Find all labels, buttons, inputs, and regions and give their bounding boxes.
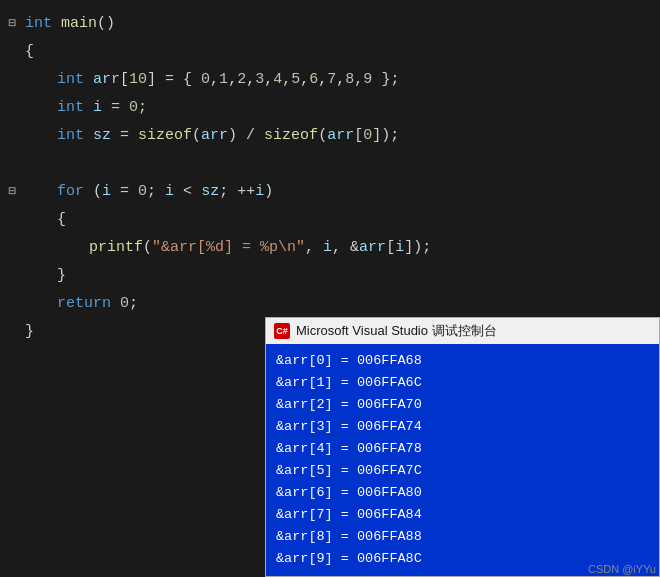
- line-content: }: [25, 262, 660, 290]
- line-content: int i = 0;: [25, 94, 660, 122]
- code-line: [0, 150, 660, 178]
- vs-icon-label: C#: [276, 326, 288, 336]
- code-line: printf("&arr[%d] = %p\n", i, &arr[i]);: [0, 234, 660, 262]
- line-content: for (i = 0; i < sz; ++i): [25, 178, 660, 206]
- line-gutter: ⊟: [0, 10, 25, 38]
- code-line: }: [0, 262, 660, 290]
- line-content: {: [25, 38, 660, 66]
- line-content: printf("&arr[%d] = %p\n", i, &arr[i]);: [25, 234, 660, 262]
- line-content: int main(): [25, 10, 660, 38]
- code-line: return 0;: [0, 290, 660, 318]
- line-content: int sz = sizeof(arr) / sizeof(arr[0]);: [25, 122, 660, 150]
- watermark: CSDN @iYYu: [588, 563, 656, 575]
- line-gutter: ⊟: [0, 178, 25, 206]
- code-line: int arr[10] = { 0,1,2,3,4,5,6,7,8,9 };: [0, 66, 660, 94]
- line-content: return 0;: [25, 290, 660, 318]
- console-body: &arr[0] = 006FFA68&arr[1] = 006FFA6C&arr…: [266, 344, 659, 576]
- code-line: {: [0, 38, 660, 66]
- code-line: int sz = sizeof(arr) / sizeof(arr[0]);: [0, 122, 660, 150]
- code-line: ⊟int main(): [0, 10, 660, 38]
- console-row: &arr[6] = 006FFA80: [276, 482, 649, 504]
- line-content: int arr[10] = { 0,1,2,3,4,5,6,7,8,9 };: [25, 66, 660, 94]
- code-line: {: [0, 206, 660, 234]
- console-row: &arr[1] = 006FFA6C: [276, 372, 649, 394]
- console-row: &arr[5] = 006FFA7C: [276, 460, 649, 482]
- console-row: &arr[7] = 006FFA84: [276, 504, 649, 526]
- vs-icon: C#: [274, 323, 290, 339]
- console-titlebar: C# Microsoft Visual Studio 调试控制台: [266, 318, 659, 344]
- line-content: {: [25, 206, 660, 234]
- console-window: C# Microsoft Visual Studio 调试控制台 &arr[0]…: [265, 317, 660, 577]
- code-line: int i = 0;: [0, 94, 660, 122]
- console-row: &arr[0] = 006FFA68: [276, 350, 649, 372]
- console-title: Microsoft Visual Studio 调试控制台: [296, 322, 497, 340]
- console-row: &arr[4] = 006FFA78: [276, 438, 649, 460]
- console-row: &arr[8] = 006FFA88: [276, 526, 649, 548]
- code-line: ⊟for (i = 0; i < sz; ++i): [0, 178, 660, 206]
- console-row: &arr[3] = 006FFA74: [276, 416, 649, 438]
- console-row: &arr[2] = 006FFA70: [276, 394, 649, 416]
